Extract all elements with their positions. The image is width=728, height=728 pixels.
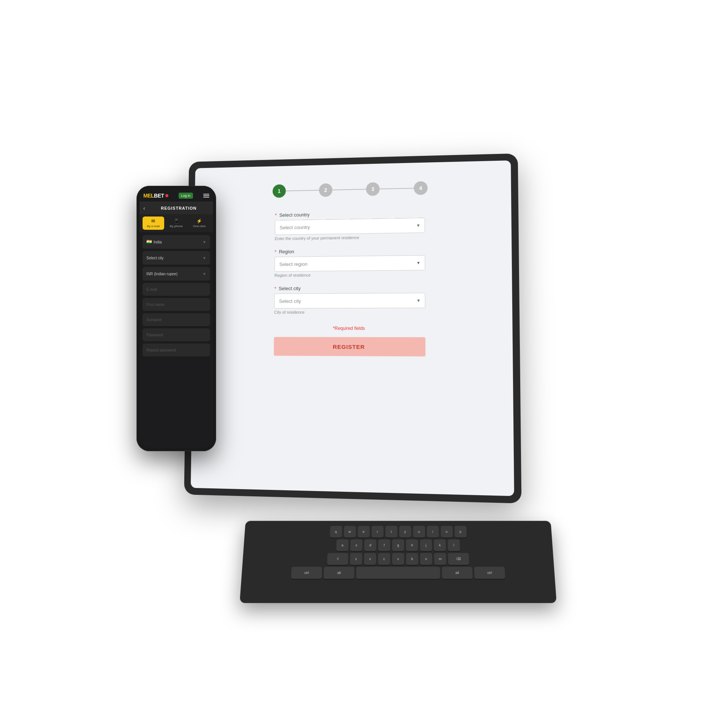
key-z[interactable]: z: [350, 553, 362, 565]
key-r[interactable]: r: [371, 526, 383, 538]
key-ctrl[interactable]: ctrl: [291, 567, 322, 579]
keyboard-row-2: a s d f g h j k l: [250, 539, 546, 551]
phone-logo: MELBET: [143, 193, 168, 199]
tab-by-email[interactable]: ✉ By e-mail: [143, 217, 164, 230]
step-line-3: [380, 188, 414, 189]
key-a[interactable]: a: [336, 539, 349, 551]
key-n[interactable]: n: [420, 553, 432, 565]
tab-email-label: By e-mail: [147, 224, 160, 228]
step-line-1: [286, 190, 319, 191]
key-shift[interactable]: ⇧: [327, 553, 348, 565]
step-line-2: [333, 189, 366, 190]
phone-form: 🇮🇳 India ▼ Select city ▼ INR (Indian rup…: [140, 232, 213, 447]
logo-dot: [165, 194, 168, 197]
key-alt-right[interactable]: alt: [442, 567, 472, 579]
key-o[interactable]: o: [441, 526, 453, 538]
tablet: 1 2 3 4: [182, 155, 516, 497]
key-k[interactable]: k: [434, 539, 446, 551]
bolt-icon: ⚡: [196, 218, 202, 224]
email-placeholder-phone: E-mail: [146, 287, 157, 292]
country-select[interactable]: Select country: [275, 218, 425, 235]
key-j[interactable]: j: [420, 539, 432, 551]
tab-one-click[interactable]: ⚡ One-click: [188, 217, 210, 230]
surname-field-phone[interactable]: Surname: [143, 313, 210, 326]
tablet-outer: 1 2 3 4: [184, 154, 521, 504]
key-ctrl-right[interactable]: ctrl: [474, 567, 505, 579]
city-select-wrapper: Select city ▼: [274, 293, 425, 308]
back-button[interactable]: ‹: [143, 205, 145, 211]
email-icon: ✉: [151, 218, 155, 224]
country-hint: Enter the country of your permanent resi…: [275, 234, 425, 241]
firstname-placeholder-phone: First name: [146, 303, 164, 307]
keyboard-row-3: ⇧ z x c v b n m ⌫: [249, 553, 547, 565]
city-value-phone: Select city: [146, 256, 164, 260]
phone-outer: MELBET Log in ‹ REGISTRATION: [136, 186, 216, 451]
email-field-phone[interactable]: E-mail: [143, 283, 210, 296]
firstname-field-phone[interactable]: First name: [143, 298, 210, 311]
key-l[interactable]: l: [448, 539, 460, 551]
key-y[interactable]: y: [399, 526, 411, 538]
key-w[interactable]: w: [344, 526, 356, 538]
key-b[interactable]: b: [406, 553, 418, 565]
login-button[interactable]: Log in: [179, 193, 193, 199]
city-select[interactable]: Select city: [274, 293, 425, 308]
key-space[interactable]: [356, 567, 440, 579]
registration-title: REGISTRATION: [148, 206, 209, 210]
city-field-phone[interactable]: Select city ▼: [143, 251, 210, 265]
key-v[interactable]: v: [392, 553, 404, 565]
country-label: * Select country: [275, 210, 425, 218]
key-u[interactable]: u: [413, 526, 425, 538]
phone-screen: MELBET Log in ‹ REGISTRATION: [140, 190, 213, 447]
city-label: * Select city: [275, 285, 425, 291]
key-i[interactable]: i: [427, 526, 439, 538]
tab-phone-label: By phone: [170, 224, 183, 228]
keyboard: q w e r t y u i o p a s d f g h j k l ⇧ …: [240, 521, 557, 603]
scene: 1 2 3 4: [136, 155, 592, 573]
phone-header: MELBET Log in: [140, 190, 213, 202]
tab-by-phone[interactable]: 📱 By phone: [166, 217, 187, 230]
key-q[interactable]: q: [330, 526, 342, 538]
surname-placeholder-phone: Surname: [146, 318, 162, 322]
tabs-row: ✉ By e-mail 📱 By phone ⚡ One-click: [140, 214, 213, 232]
step-3: 3: [366, 182, 380, 196]
city-section: * Select city Select city ▼ City of resi…: [274, 285, 425, 314]
register-button[interactable]: REGISTER: [274, 337, 425, 356]
region-label: * Region: [275, 247, 425, 254]
key-m[interactable]: m: [434, 553, 447, 565]
step-4: 4: [414, 181, 427, 195]
phone-icon: 📱: [174, 218, 179, 224]
key-t[interactable]: t: [385, 526, 397, 538]
hamburger-menu[interactable]: [203, 194, 209, 198]
key-p[interactable]: p: [454, 526, 466, 538]
country-field-phone[interactable]: 🇮🇳 India ▼: [143, 235, 210, 249]
key-h[interactable]: h: [406, 539, 418, 551]
india-flag-icon: 🇮🇳: [146, 239, 152, 245]
currency-value-phone: INR (Indian rupee): [146, 272, 177, 276]
currency-field-phone[interactable]: INR (Indian rupee) ▼: [143, 267, 210, 281]
key-s[interactable]: s: [350, 539, 362, 551]
key-c[interactable]: c: [378, 553, 390, 565]
region-select-wrapper: Select region ▼: [275, 255, 425, 271]
required-note: *Required fields: [333, 326, 365, 331]
repeat-password-field-phone[interactable]: Repeat password: [143, 344, 210, 356]
region-select[interactable]: Select region: [275, 255, 425, 271]
country-select-wrapper: Select country ▼: [275, 218, 425, 235]
phone: MELBET Log in ‹ REGISTRATION: [136, 186, 216, 451]
key-x[interactable]: x: [364, 553, 376, 565]
key-f[interactable]: f: [378, 539, 390, 551]
region-section: * Region Select region ▼ Region of resid…: [275, 247, 425, 278]
country-section: * Select country Select country ▼ Enter …: [275, 210, 425, 241]
password-field-phone[interactable]: Password: [143, 328, 210, 341]
key-d[interactable]: d: [364, 539, 376, 551]
step-indicator: 1 2 3 4: [273, 181, 428, 198]
key-g[interactable]: g: [392, 539, 404, 551]
keyboard-row-1: q w e r t y u i o p: [251, 526, 545, 538]
registration-title-bar: ‹ REGISTRATION: [140, 202, 213, 214]
key-alt-left[interactable]: alt: [323, 567, 354, 579]
city-hint: City of residence: [274, 310, 425, 315]
key-e[interactable]: e: [358, 526, 370, 538]
key-backspace[interactable]: ⌫: [448, 553, 469, 565]
tablet-screen: 1 2 3 4: [191, 160, 514, 496]
repeat-password-placeholder-phone: Repeat password: [146, 348, 176, 352]
tab-oneclick-label: One-click: [193, 224, 206, 228]
